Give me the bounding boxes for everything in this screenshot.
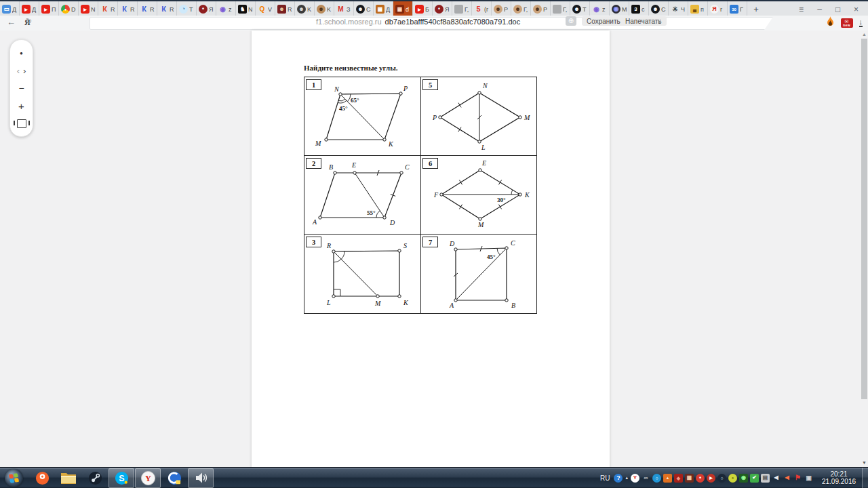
globe-icon[interactable]: ⊕ [566,16,576,26]
browser-tab[interactable]: Я г [708,1,728,17]
next-page-icon[interactable]: › [23,66,26,76]
browser-tab[interactable]: ▶ П [39,1,59,17]
svg-text:D: D [449,240,455,247]
browser-tab[interactable]: К R [118,1,138,17]
explorer-folder-icon[interactable] [56,468,81,488]
window-control-button[interactable]: ≡ [792,3,810,16]
browser-tab[interactable]: ◉ M [610,1,629,17]
browser-tab[interactable]: ◉ z [590,1,610,17]
language-indicator[interactable]: RU [600,474,610,482]
browser-tab[interactable]: ✳ Ч [669,1,688,17]
browser-tab[interactable]: К R [138,1,157,17]
tab-title: Г [740,6,747,13]
browser-tab[interactable]: Г, [551,1,570,17]
tray-icon[interactable]: • [696,474,705,483]
window-control-button[interactable]: × [847,3,865,16]
browser-tab[interactable]: ● D [59,1,79,17]
scrollbar-up-icon[interactable]: ▲ [862,32,867,37]
mail-new-badge-icon[interactable]: ✉ new [841,18,853,28]
help-icon[interactable]: ? [614,474,623,483]
browser-tab[interactable]: • Я [197,1,216,17]
browser-tab[interactable]: ▄ п [688,1,708,17]
tray-icon[interactable]: ✔ [750,474,759,483]
print-options-chevron-icon[interactable]: ∨ [657,18,662,24]
browser-tab[interactable]: 3 c [629,1,649,17]
steam-icon[interactable] [82,468,108,488]
prev-page-icon[interactable]: ‹ [17,66,20,76]
browser-tab[interactable]: 30 Г [728,1,747,17]
tray-icon[interactable]: ▶ [707,474,715,483]
browser-tab[interactable]: ▶ Б [413,1,433,17]
browser-tab[interactable]: ☻ T [570,1,590,17]
tray-icon[interactable]: ○ [717,474,726,483]
browser-tab[interactable]: ▭ Д [0,1,20,17]
browser-tab[interactable]: ☻ R [275,1,295,17]
browser-tab[interactable]: ◉ z [216,1,236,17]
tray-icon[interactable]: ▣ [804,474,813,483]
browser-tab[interactable]: ▦ d [393,1,413,17]
browser-tab[interactable]: Q V [256,1,275,17]
scrollbar-thumb[interactable] [861,39,867,399]
browser-tab[interactable]: ☻ Г, [511,1,531,17]
back-icon[interactable]: ← [7,18,16,27]
url-text[interactable]: f1.school.mosreg.rudb7ae1bafff540cf8a830… [316,18,520,26]
tray-icon[interactable]: ∞ [642,474,650,483]
yandex-browser-icon[interactable]: Y [135,468,161,488]
browser-tab[interactable]: 5 (г [472,1,492,17]
start-button-icon[interactable] [5,469,23,487]
download-icon[interactable]: ↓ [859,19,863,27]
tray-icon[interactable]: ◀ [783,474,791,483]
clock-time: 20:21 [818,470,860,478]
origin-icon[interactable] [29,468,55,488]
tray-icon[interactable]: Y [631,474,639,483]
zoom-out-icon[interactable]: − [10,79,33,97]
browser-tab[interactable]: ◔ T [177,1,197,17]
new-tab-button[interactable]: + [747,1,765,17]
browser-tab[interactable]: К R [157,1,177,17]
current-page-dot-icon[interactable]: ● [10,44,33,62]
tray-icon[interactable]: ▦ [685,474,694,483]
save-button[interactable]: Сохранить [582,16,625,26]
browser-tab[interactable]: ▦ Д [374,1,393,17]
show-desktop-button[interactable] [862,468,868,488]
tray-icon[interactable]: ◉ [739,474,748,483]
tray-icon[interactable]: ⚑ [793,474,802,483]
page-thumbnails-icon[interactable] [10,115,33,132]
url-domain: f1.school.mosreg.ru [316,18,382,26]
skype-icon[interactable]: S [108,468,134,488]
browser-tab[interactable]: ♞ N [236,1,256,17]
tray-icon[interactable]: ▲ [663,474,672,483]
browser-tab[interactable]: ☻ K [295,1,315,17]
tray-icon[interactable]: ▤ [761,474,770,483]
browser-tab[interactable]: ▶ N [79,1,98,17]
browser-tab[interactable]: ▶ Д [20,1,39,17]
window-control-button[interactable]: □ [829,3,847,16]
tab-title: D [71,6,78,13]
zoom-in-icon[interactable]: + [10,97,33,115]
tray-icon[interactable]: ● [728,474,737,483]
browser-tab[interactable]: • Я [433,1,452,17]
browser-tab[interactable]: Г, [452,1,472,17]
browser-tab[interactable]: ☻ C [649,1,669,17]
browser-tab[interactable]: M З [334,1,354,17]
volume-mixer-icon[interactable] [188,468,214,488]
browser-tab[interactable]: ☻ K [315,1,334,17]
browser-tab[interactable]: ☻ P [492,1,511,17]
browser-tab[interactable]: К R [98,1,118,17]
svg-text:K: K [388,140,394,148]
svg-text:P: P [432,114,437,121]
browser-tab[interactable]: ☻ C [354,1,374,17]
tray-icon[interactable]: ○ [652,474,661,483]
parallelogram-abcd-figure: B E C A D 55° [304,156,421,235]
tab-favicon-icon: ☻ [494,5,502,14]
tray-icon[interactable]: ◀ [772,474,781,483]
window-control-button[interactable]: – [810,3,829,16]
scrollbar-down-icon[interactable]: ▼ [862,460,867,465]
blue-swirl-app-icon[interactable] [161,468,187,488]
tray-icon[interactable]: ◆ [674,474,683,483]
browser-tab[interactable]: ☻ P [531,1,551,17]
clock[interactable]: 20:21 21.09.2016 [818,470,860,485]
reload-icon[interactable]: ↻ [26,17,32,26]
flame-icon[interactable] [826,16,835,30]
hidden-icons-chevron-icon[interactable]: ▴ [625,475,628,481]
